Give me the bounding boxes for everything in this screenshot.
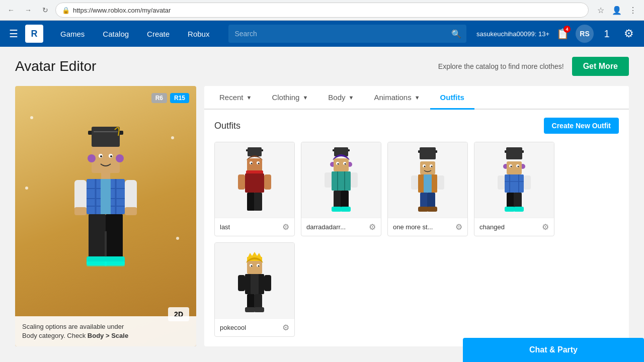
notifications-button[interactable]: 📋 4 [553, 25, 572, 43]
svg-rect-80 [507, 161, 522, 174]
outfit-gear-darradadarr[interactable]: ⚙ [369, 222, 376, 232]
tab-recent[interactable]: Recent ▼ [209, 86, 262, 109]
badge-r15[interactable]: R15 [170, 93, 189, 103]
svg-rect-69 [424, 174, 432, 193]
svg-rect-58 [341, 191, 349, 209]
forward-button[interactable]: → [21, 3, 35, 17]
page-title: Avatar Editor [15, 58, 96, 74]
svg-rect-74 [418, 207, 428, 212]
svg-rect-40 [264, 174, 271, 190]
recent-chevron: ▼ [247, 95, 252, 101]
chat-party-bar[interactable]: Chat & Party [463, 338, 644, 362]
svg-point-6 [100, 155, 102, 157]
chat-party-label: Chat & Party [529, 345, 578, 354]
roblox-logo[interactable]: R [25, 25, 43, 43]
hamburger-menu[interactable]: ☰ [6, 25, 21, 43]
svg-rect-59 [332, 207, 342, 212]
outfit-card-changed[interactable]: changed ⚙ [474, 142, 554, 236]
settings-icon[interactable]: ⚙ [620, 25, 638, 43]
svg-rect-77 [506, 147, 522, 159]
svg-rect-22 [125, 207, 137, 215]
nav-robux[interactable]: Robux [179, 23, 218, 45]
svg-rect-57 [334, 191, 342, 209]
address-bar[interactable]: 🔒 https://www.roblox.com/my/avatar [55, 3, 589, 18]
svg-point-35 [251, 163, 253, 164]
svg-rect-63 [420, 161, 435, 174]
create-outfit-button[interactable]: Create New Outfit [544, 118, 619, 134]
outfit-footer-last: last ⚙ [215, 218, 294, 236]
svg-rect-60 [341, 207, 351, 212]
svg-rect-96 [247, 261, 262, 274]
tab-body[interactable]: Body ▼ [318, 86, 364, 109]
svg-rect-56 [351, 172, 358, 188]
outfit-card-one-more-st[interactable]: one more st... ⚙ [387, 142, 468, 236]
back-button[interactable]: ← [4, 3, 18, 17]
bookmark-button[interactable]: ☆ [594, 3, 608, 17]
body-chevron: ▼ [349, 95, 354, 101]
right-panel: Recent ▼ Clothing ▼ Body ▼ Animations ▼ … [204, 86, 629, 346]
svg-rect-29 [105, 261, 125, 266]
tab-outfits[interactable]: Outfits [430, 86, 474, 109]
nav-create[interactable]: Create [138, 23, 179, 45]
tabs-bar: Recent ▼ Clothing ▼ Body ▼ Animations ▼ … [204, 86, 629, 110]
outfit-gear-pokecool[interactable]: ⚙ [282, 323, 289, 332]
svg-rect-32 [247, 158, 262, 171]
outfit-img-changed [474, 142, 554, 218]
svg-rect-108 [254, 307, 264, 312]
svg-rect-75 [427, 207, 437, 212]
svg-rect-103 [238, 275, 245, 291]
svg-rect-62 [420, 147, 436, 159]
sparkle-1 [30, 116, 33, 119]
svg-point-8 [88, 154, 96, 162]
svg-rect-94 [514, 207, 524, 212]
avatar-badges: R6 R15 [151, 93, 189, 103]
menu-button[interactable]: ⋮ [626, 3, 640, 17]
avatar-info: Scaling options are available under Body… [15, 316, 196, 346]
nav-catalog[interactable]: Catalog [94, 23, 138, 45]
outfit-img-darradadarr [301, 142, 381, 218]
username-display[interactable]: sasukeuchiha00099: 13+ [476, 30, 549, 38]
svg-rect-93 [505, 207, 515, 212]
page-content: Avatar Editor Explore the catalog to fin… [0, 47, 644, 362]
outfit-img-pokecool [215, 243, 294, 318]
outfit-gear-changed[interactable]: ⚙ [542, 222, 549, 232]
robux-count[interactable]: 1 [598, 25, 616, 43]
refresh-button[interactable]: ↻ [38, 3, 52, 17]
explore-text: Explore the catalog to find more clothes… [438, 62, 564, 70]
svg-rect-107 [245, 307, 255, 312]
svg-point-50 [338, 163, 339, 165]
outfit-card-last[interactable]: last ⚙ [214, 142, 295, 236]
tab-clothing[interactable]: Clothing ▼ [262, 86, 318, 109]
search-icon[interactable]: 🔍 [451, 29, 461, 39]
outfit-img-last [215, 142, 294, 218]
svg-rect-89 [498, 175, 505, 190]
page-header: Avatar Editor Explore the catalog to fin… [15, 57, 629, 76]
svg-rect-47 [334, 158, 349, 171]
search-input[interactable] [228, 25, 466, 43]
nav-right: sasukeuchiha00099: 13+ 📋 4 RS 1 ⚙ [476, 25, 638, 43]
url-text: https://www.roblox.com/my/avatar [73, 7, 171, 14]
svg-rect-25 [105, 231, 107, 259]
tab-animations[interactable]: Animations ▼ [364, 86, 430, 109]
robux-icon[interactable]: RS [576, 25, 594, 43]
avatar-search-button[interactable]: 👤 [610, 3, 624, 17]
browser-toolbar: ← → ↻ 🔒 https://www.roblox.com/my/avatar… [0, 0, 644, 20]
svg-rect-20 [125, 180, 137, 210]
outfit-name-last: last [220, 223, 230, 231]
svg-point-99 [251, 265, 253, 267]
svg-point-36 [258, 163, 260, 164]
outfit-gear-last[interactable]: ⚙ [282, 222, 289, 232]
svg-rect-52 [332, 171, 351, 191]
outfit-card-darradadarr[interactable]: darradadarr... ⚙ [301, 142, 381, 236]
badge-r6[interactable]: R6 [151, 93, 167, 103]
sparkle-2 [171, 136, 174, 139]
svg-rect-23 [89, 214, 106, 259]
svg-rect-55 [325, 172, 332, 188]
avatar-figure [55, 121, 156, 312]
svg-rect-85 [505, 174, 524, 193]
outfit-gear-one-more-st[interactable]: ⚙ [455, 222, 462, 232]
svg-rect-3 [92, 147, 120, 173]
get-more-button[interactable]: Get More [572, 57, 629, 76]
outfit-card-pokecool[interactable]: pokecool ⚙ [214, 242, 295, 337]
nav-games[interactable]: Games [51, 23, 94, 45]
